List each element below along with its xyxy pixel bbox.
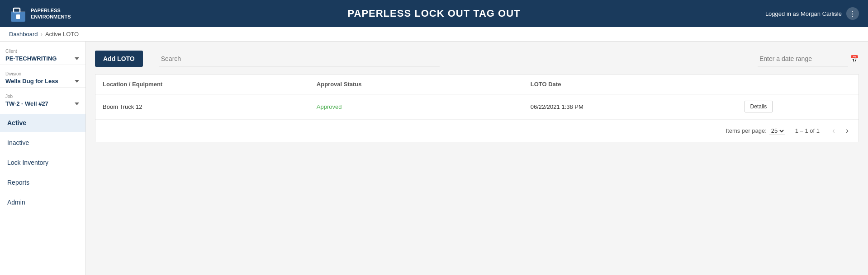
breadcrumb: Dashboard › Active LOTO xyxy=(0,27,868,42)
main-content: Add LOTO 📅 Location / Equipment Approval… xyxy=(86,42,868,275)
sidebar-item-inactive[interactable]: Inactive xyxy=(0,134,85,152)
job-label: Job xyxy=(5,94,80,99)
table-header: Location / Equipment Approval Status LOT… xyxy=(95,75,859,94)
col-equipment: Location / Equipment xyxy=(103,81,317,88)
logo: PAPERLESS ENVIRONMENTS xyxy=(9,5,71,23)
search-input[interactable] xyxy=(159,51,440,66)
pagination-next-button[interactable]: › xyxy=(843,125,851,136)
pagination-range: 1 – 1 of 1 xyxy=(795,127,820,134)
add-loto-button[interactable]: Add LOTO xyxy=(95,51,143,67)
sidebar: Client PE-TECHWRITING Division Wells Dug… xyxy=(0,42,86,275)
division-dropdown-container: Division Wells Dug for Less xyxy=(0,69,85,88)
header: PAPERLESS ENVIRONMENTS PAPERLESS LOCK OU… xyxy=(0,0,868,27)
breadcrumb-dashboard[interactable]: Dashboard xyxy=(9,31,38,37)
sidebar-item-active[interactable]: Active xyxy=(0,114,85,132)
svg-rect-3 xyxy=(16,14,20,19)
client-label: Client xyxy=(5,49,80,54)
details-button[interactable]: Details xyxy=(745,101,773,112)
header-title: PAPERLESS LOCK OUT TAG OUT xyxy=(347,8,520,19)
sidebar-item-lock-inventory[interactable]: Lock Inventory xyxy=(0,154,85,172)
client-dropdown-container: Client PE-TECHWRITING xyxy=(0,46,85,65)
col-date: LOTO Date xyxy=(531,81,745,88)
table-row: Boom Truck 12 Approved 06/22/2021 1:38 P… xyxy=(95,94,859,119)
calendar-icon: 📅 xyxy=(850,55,859,63)
logo-text: PAPERLESS ENVIRONMENTS xyxy=(31,7,71,20)
job-select[interactable]: TW-2 - Well #27 xyxy=(5,100,80,107)
cell-equipment: Boom Truck 12 xyxy=(103,103,317,110)
pagination-prev-button[interactable]: ‹ xyxy=(830,125,838,136)
col-actions xyxy=(745,81,851,88)
client-select[interactable]: PE-TECHWRITING xyxy=(5,55,80,62)
cell-date: 06/22/2021 1:38 PM xyxy=(531,103,745,110)
pagination-items-per-page: Items per page: 25 xyxy=(726,127,785,135)
breadcrumb-current: Active LOTO xyxy=(45,31,79,37)
division-select[interactable]: Wells Dug for Less xyxy=(5,78,80,84)
col-status: Approval Status xyxy=(317,81,531,88)
sidebar-item-admin[interactable]: Admin xyxy=(0,193,85,211)
job-dropdown-container: Job TW-2 - Well #27 xyxy=(0,91,85,110)
date-range-container: 📅 xyxy=(758,51,859,66)
pagination: Items per page: 25 1 – 1 of 1 ‹ › xyxy=(95,119,859,142)
toolbar: Add LOTO 📅 xyxy=(95,51,859,67)
user-menu-button[interactable]: ⋮ xyxy=(846,7,859,20)
date-range-input[interactable] xyxy=(758,51,848,66)
user-label: Logged in as Morgan Carlisle xyxy=(765,10,842,17)
search-container xyxy=(159,51,440,66)
loto-table: Location / Equipment Approval Status LOT… xyxy=(95,74,859,142)
items-per-page-select[interactable]: 25 xyxy=(769,127,785,135)
header-user: Logged in as Morgan Carlisle ⋮ xyxy=(765,7,859,20)
cell-details: Details xyxy=(745,101,851,112)
items-per-page-label: Items per page: xyxy=(726,127,766,134)
logo-icon xyxy=(9,5,27,23)
cell-status: Approved xyxy=(317,103,531,110)
sidebar-item-reports[interactable]: Reports xyxy=(0,173,85,191)
breadcrumb-separator: › xyxy=(41,31,43,37)
division-label: Division xyxy=(5,71,80,76)
layout: Client PE-TECHWRITING Division Wells Dug… xyxy=(0,42,868,275)
